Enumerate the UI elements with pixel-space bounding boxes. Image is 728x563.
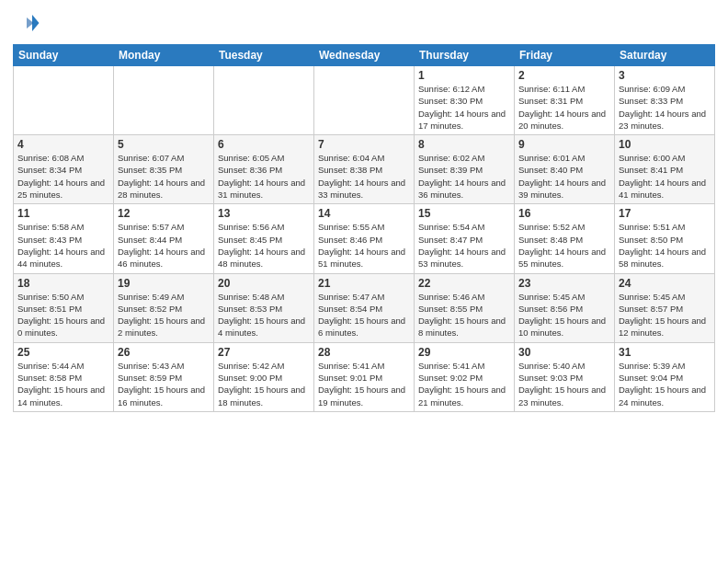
day-num-5: 5 [118, 138, 210, 151]
week-row-3: 18Sunrise: 5:50 AM Sunset: 8:51 PM Dayli… [14, 273, 715, 342]
cell-3-3: 21Sunrise: 5:47 AM Sunset: 8:54 PM Dayli… [314, 273, 415, 342]
day-info-7: Sunrise: 6:04 AM Sunset: 8:38 PM Dayligh… [318, 152, 410, 201]
day-info-4: Sunrise: 6:08 AM Sunset: 8:34 PM Dayligh… [17, 152, 109, 201]
day-num-22: 22 [418, 277, 510, 290]
cell-2-5: 16Sunrise: 5:52 AM Sunset: 8:48 PM Dayli… [515, 204, 615, 273]
calendar-header: SundayMondayTuesdayWednesdayThursdayFrid… [14, 45, 715, 66]
day-num-23: 23 [518, 277, 610, 290]
day-num-9: 9 [518, 138, 610, 151]
cell-0-5: 2Sunrise: 6:11 AM Sunset: 8:31 PM Daylig… [515, 66, 615, 135]
cell-2-1: 12Sunrise: 5:57 AM Sunset: 8:44 PM Dayli… [114, 204, 214, 273]
cell-0-2 [214, 66, 314, 135]
day-info-29: Sunrise: 5:41 AM Sunset: 9:02 PM Dayligh… [418, 360, 510, 408]
cell-0-1 [114, 66, 214, 135]
day-info-15: Sunrise: 5:54 AM Sunset: 8:47 PM Dayligh… [418, 221, 510, 270]
cell-4-1: 26Sunrise: 5:43 AM Sunset: 8:59 PM Dayli… [114, 342, 214, 411]
day-num-3: 3 [619, 69, 711, 82]
cell-4-3: 28Sunrise: 5:41 AM Sunset: 9:01 PM Dayli… [314, 342, 415, 411]
day-info-13: Sunrise: 5:56 AM Sunset: 8:45 PM Dayligh… [218, 221, 310, 270]
logo [13, 9, 44, 37]
day-num-27: 27 [218, 346, 310, 359]
week-row-1: 4Sunrise: 6:08 AM Sunset: 8:34 PM Daylig… [14, 135, 715, 204]
day-num-31: 31 [619, 346, 711, 359]
cell-3-0: 18Sunrise: 5:50 AM Sunset: 8:51 PM Dayli… [14, 273, 114, 342]
cell-1-2: 6Sunrise: 6:05 AM Sunset: 8:36 PM Daylig… [214, 135, 314, 204]
header [13, 9, 715, 37]
header-friday: Friday [515, 45, 615, 66]
day-info-1: Sunrise: 6:12 AM Sunset: 8:30 PM Dayligh… [418, 83, 510, 132]
day-info-18: Sunrise: 5:50 AM Sunset: 8:51 PM Dayligh… [17, 291, 109, 339]
day-num-10: 10 [619, 138, 711, 151]
day-info-2: Sunrise: 6:11 AM Sunset: 8:31 PM Dayligh… [518, 83, 610, 132]
day-info-3: Sunrise: 6:09 AM Sunset: 8:33 PM Dayligh… [619, 83, 711, 132]
day-num-17: 17 [619, 207, 711, 220]
day-info-25: Sunrise: 5:44 AM Sunset: 8:58 PM Dayligh… [17, 360, 109, 408]
day-num-26: 26 [118, 346, 210, 359]
cell-1-5: 9Sunrise: 6:01 AM Sunset: 8:40 PM Daylig… [515, 135, 615, 204]
calendar-table: SundayMondayTuesdayWednesdayThursdayFrid… [13, 44, 715, 412]
cell-0-4: 1Sunrise: 6:12 AM Sunset: 8:30 PM Daylig… [415, 66, 515, 135]
cell-0-6: 3Sunrise: 6:09 AM Sunset: 8:33 PM Daylig… [615, 66, 715, 135]
cell-2-2: 13Sunrise: 5:56 AM Sunset: 8:45 PM Dayli… [214, 204, 314, 273]
day-info-14: Sunrise: 5:55 AM Sunset: 8:46 PM Dayligh… [318, 221, 410, 270]
cell-2-4: 15Sunrise: 5:54 AM Sunset: 8:47 PM Dayli… [415, 204, 515, 273]
cell-1-0: 4Sunrise: 6:08 AM Sunset: 8:34 PM Daylig… [14, 135, 114, 204]
day-info-28: Sunrise: 5:41 AM Sunset: 9:01 PM Dayligh… [318, 360, 410, 408]
cell-3-1: 19Sunrise: 5:49 AM Sunset: 8:52 PM Dayli… [114, 273, 214, 342]
cell-1-6: 10Sunrise: 6:00 AM Sunset: 8:41 PM Dayli… [615, 135, 715, 204]
header-row: SundayMondayTuesdayWednesdayThursdayFrid… [14, 45, 715, 66]
cell-3-4: 22Sunrise: 5:46 AM Sunset: 8:55 PM Dayli… [415, 273, 515, 342]
day-num-25: 25 [17, 346, 109, 359]
header-sunday: Sunday [14, 45, 114, 66]
day-num-24: 24 [619, 277, 711, 290]
cell-3-2: 20Sunrise: 5:48 AM Sunset: 8:53 PM Dayli… [214, 273, 314, 342]
day-info-8: Sunrise: 6:02 AM Sunset: 8:39 PM Dayligh… [418, 152, 510, 201]
day-num-28: 28 [318, 346, 410, 359]
day-num-16: 16 [518, 207, 610, 220]
calendar-body: 1Sunrise: 6:12 AM Sunset: 8:30 PM Daylig… [14, 66, 715, 412]
day-num-11: 11 [17, 207, 109, 220]
day-num-19: 19 [118, 277, 210, 290]
cell-4-5: 30Sunrise: 5:40 AM Sunset: 9:03 PM Dayli… [515, 342, 615, 411]
day-info-9: Sunrise: 6:01 AM Sunset: 8:40 PM Dayligh… [518, 152, 610, 201]
day-num-1: 1 [418, 69, 510, 82]
cell-4-6: 31Sunrise: 5:39 AM Sunset: 9:04 PM Dayli… [615, 342, 715, 411]
cell-4-2: 27Sunrise: 5:42 AM Sunset: 9:00 PM Dayli… [214, 342, 314, 411]
page: SundayMondayTuesdayWednesdayThursdayFrid… [0, 0, 728, 563]
day-num-12: 12 [118, 207, 210, 220]
cell-2-0: 11Sunrise: 5:58 AM Sunset: 8:43 PM Dayli… [14, 204, 114, 273]
cell-4-4: 29Sunrise: 5:41 AM Sunset: 9:02 PM Dayli… [415, 342, 515, 411]
header-thursday: Thursday [415, 45, 515, 66]
day-info-5: Sunrise: 6:07 AM Sunset: 8:35 PM Dayligh… [118, 152, 210, 201]
day-num-6: 6 [218, 138, 310, 151]
day-info-26: Sunrise: 5:43 AM Sunset: 8:59 PM Dayligh… [118, 360, 210, 408]
day-num-18: 18 [17, 277, 109, 290]
cell-2-6: 17Sunrise: 5:51 AM Sunset: 8:50 PM Dayli… [615, 204, 715, 273]
header-saturday: Saturday [615, 45, 715, 66]
cell-1-1: 5Sunrise: 6:07 AM Sunset: 8:35 PM Daylig… [114, 135, 214, 204]
day-info-19: Sunrise: 5:49 AM Sunset: 8:52 PM Dayligh… [118, 291, 210, 339]
day-num-14: 14 [318, 207, 410, 220]
header-tuesday: Tuesday [214, 45, 314, 66]
day-num-7: 7 [318, 138, 410, 151]
day-num-21: 21 [318, 277, 410, 290]
day-info-12: Sunrise: 5:57 AM Sunset: 8:44 PM Dayligh… [118, 221, 210, 270]
cell-3-6: 24Sunrise: 5:45 AM Sunset: 8:57 PM Dayli… [615, 273, 715, 342]
day-info-30: Sunrise: 5:40 AM Sunset: 9:03 PM Dayligh… [518, 360, 610, 408]
day-info-16: Sunrise: 5:52 AM Sunset: 8:48 PM Dayligh… [518, 221, 610, 270]
day-num-13: 13 [218, 207, 310, 220]
day-info-27: Sunrise: 5:42 AM Sunset: 9:00 PM Dayligh… [218, 360, 310, 408]
cell-4-0: 25Sunrise: 5:44 AM Sunset: 8:58 PM Dayli… [14, 342, 114, 411]
week-row-4: 25Sunrise: 5:44 AM Sunset: 8:58 PM Dayli… [14, 342, 715, 411]
cell-0-0 [14, 66, 114, 135]
week-row-0: 1Sunrise: 6:12 AM Sunset: 8:30 PM Daylig… [14, 66, 715, 135]
day-num-29: 29 [418, 346, 510, 359]
header-monday: Monday [114, 45, 214, 66]
cell-1-3: 7Sunrise: 6:04 AM Sunset: 8:38 PM Daylig… [314, 135, 415, 204]
week-row-2: 11Sunrise: 5:58 AM Sunset: 8:43 PM Dayli… [14, 204, 715, 273]
cell-2-3: 14Sunrise: 5:55 AM Sunset: 8:46 PM Dayli… [314, 204, 415, 273]
day-info-17: Sunrise: 5:51 AM Sunset: 8:50 PM Dayligh… [619, 221, 711, 270]
day-info-10: Sunrise: 6:00 AM Sunset: 8:41 PM Dayligh… [619, 152, 711, 201]
day-num-4: 4 [17, 138, 109, 151]
cell-3-5: 23Sunrise: 5:45 AM Sunset: 8:56 PM Dayli… [515, 273, 615, 342]
